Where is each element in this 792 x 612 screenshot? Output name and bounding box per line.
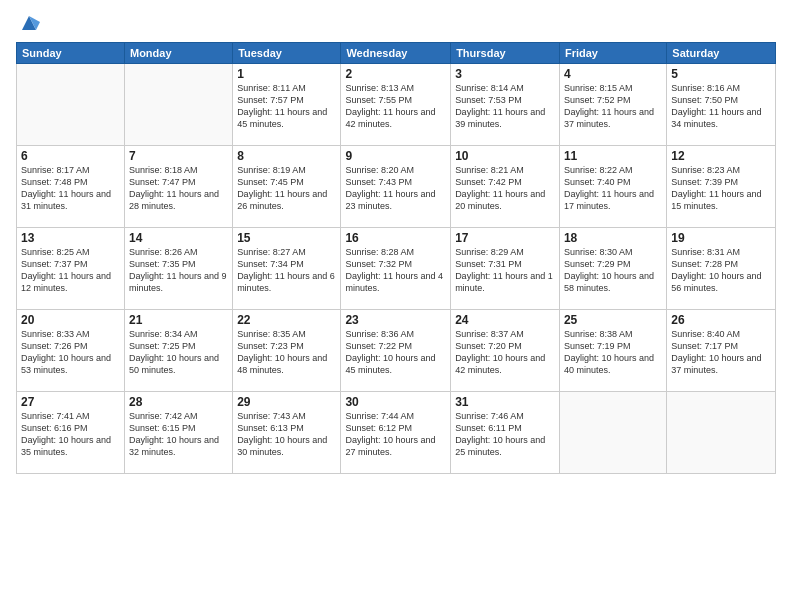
day-cell: 12Sunrise: 8:23 AM Sunset: 7:39 PM Dayli… — [667, 146, 776, 228]
day-info: Sunrise: 8:14 AM Sunset: 7:53 PM Dayligh… — [455, 82, 555, 131]
day-info: Sunrise: 7:44 AM Sunset: 6:12 PM Dayligh… — [345, 410, 446, 459]
day-info: Sunrise: 7:41 AM Sunset: 6:16 PM Dayligh… — [21, 410, 120, 459]
day-info: Sunrise: 8:22 AM Sunset: 7:40 PM Dayligh… — [564, 164, 662, 213]
day-info: Sunrise: 8:23 AM Sunset: 7:39 PM Dayligh… — [671, 164, 771, 213]
day-number: 31 — [455, 395, 555, 409]
day-number: 19 — [671, 231, 771, 245]
day-cell: 2Sunrise: 8:13 AM Sunset: 7:55 PM Daylig… — [341, 64, 451, 146]
day-info: Sunrise: 8:29 AM Sunset: 7:31 PM Dayligh… — [455, 246, 555, 295]
day-number: 24 — [455, 313, 555, 327]
weekday-thursday: Thursday — [451, 43, 560, 64]
day-info: Sunrise: 8:36 AM Sunset: 7:22 PM Dayligh… — [345, 328, 446, 377]
day-cell: 30Sunrise: 7:44 AM Sunset: 6:12 PM Dayli… — [341, 392, 451, 474]
day-info: Sunrise: 8:25 AM Sunset: 7:37 PM Dayligh… — [21, 246, 120, 295]
weekday-header-row: SundayMondayTuesdayWednesdayThursdayFrid… — [17, 43, 776, 64]
day-info: Sunrise: 8:13 AM Sunset: 7:55 PM Dayligh… — [345, 82, 446, 131]
day-info: Sunrise: 8:40 AM Sunset: 7:17 PM Dayligh… — [671, 328, 771, 377]
weekday-tuesday: Tuesday — [233, 43, 341, 64]
day-info: Sunrise: 8:11 AM Sunset: 7:57 PM Dayligh… — [237, 82, 336, 131]
day-number: 8 — [237, 149, 336, 163]
day-number: 4 — [564, 67, 662, 81]
day-number: 20 — [21, 313, 120, 327]
day-cell: 21Sunrise: 8:34 AM Sunset: 7:25 PM Dayli… — [124, 310, 232, 392]
week-row-2: 6Sunrise: 8:17 AM Sunset: 7:48 PM Daylig… — [17, 146, 776, 228]
day-info: Sunrise: 8:34 AM Sunset: 7:25 PM Dayligh… — [129, 328, 228, 377]
day-info: Sunrise: 8:31 AM Sunset: 7:28 PM Dayligh… — [671, 246, 771, 295]
week-row-1: 1Sunrise: 8:11 AM Sunset: 7:57 PM Daylig… — [17, 64, 776, 146]
day-number: 29 — [237, 395, 336, 409]
day-info: Sunrise: 8:26 AM Sunset: 7:35 PM Dayligh… — [129, 246, 228, 295]
day-number: 23 — [345, 313, 446, 327]
day-cell: 18Sunrise: 8:30 AM Sunset: 7:29 PM Dayli… — [559, 228, 666, 310]
day-cell — [559, 392, 666, 474]
day-info: Sunrise: 7:46 AM Sunset: 6:11 PM Dayligh… — [455, 410, 555, 459]
day-info: Sunrise: 8:35 AM Sunset: 7:23 PM Dayligh… — [237, 328, 336, 377]
week-row-3: 13Sunrise: 8:25 AM Sunset: 7:37 PM Dayli… — [17, 228, 776, 310]
day-number: 3 — [455, 67, 555, 81]
day-number: 26 — [671, 313, 771, 327]
day-cell: 28Sunrise: 7:42 AM Sunset: 6:15 PM Dayli… — [124, 392, 232, 474]
day-cell: 3Sunrise: 8:14 AM Sunset: 7:53 PM Daylig… — [451, 64, 560, 146]
day-info: Sunrise: 7:43 AM Sunset: 6:13 PM Dayligh… — [237, 410, 336, 459]
day-cell: 1Sunrise: 8:11 AM Sunset: 7:57 PM Daylig… — [233, 64, 341, 146]
day-number: 1 — [237, 67, 336, 81]
day-cell: 16Sunrise: 8:28 AM Sunset: 7:32 PM Dayli… — [341, 228, 451, 310]
weekday-saturday: Saturday — [667, 43, 776, 64]
day-cell: 24Sunrise: 8:37 AM Sunset: 7:20 PM Dayli… — [451, 310, 560, 392]
day-number: 28 — [129, 395, 228, 409]
day-number: 7 — [129, 149, 228, 163]
day-info: Sunrise: 8:21 AM Sunset: 7:42 PM Dayligh… — [455, 164, 555, 213]
week-row-5: 27Sunrise: 7:41 AM Sunset: 6:16 PM Dayli… — [17, 392, 776, 474]
day-cell: 7Sunrise: 8:18 AM Sunset: 7:47 PM Daylig… — [124, 146, 232, 228]
day-cell: 4Sunrise: 8:15 AM Sunset: 7:52 PM Daylig… — [559, 64, 666, 146]
day-info: Sunrise: 8:38 AM Sunset: 7:19 PM Dayligh… — [564, 328, 662, 377]
day-cell: 11Sunrise: 8:22 AM Sunset: 7:40 PM Dayli… — [559, 146, 666, 228]
day-cell — [667, 392, 776, 474]
weekday-wednesday: Wednesday — [341, 43, 451, 64]
day-number: 14 — [129, 231, 228, 245]
day-number: 17 — [455, 231, 555, 245]
logo — [16, 12, 40, 34]
day-number: 18 — [564, 231, 662, 245]
day-info: Sunrise: 8:16 AM Sunset: 7:50 PM Dayligh… — [671, 82, 771, 131]
day-number: 9 — [345, 149, 446, 163]
weekday-friday: Friday — [559, 43, 666, 64]
day-cell: 10Sunrise: 8:21 AM Sunset: 7:42 PM Dayli… — [451, 146, 560, 228]
calendar-table: SundayMondayTuesdayWednesdayThursdayFrid… — [16, 42, 776, 474]
header — [16, 12, 776, 34]
day-cell: 27Sunrise: 7:41 AM Sunset: 6:16 PM Dayli… — [17, 392, 125, 474]
day-info: Sunrise: 8:27 AM Sunset: 7:34 PM Dayligh… — [237, 246, 336, 295]
day-info: Sunrise: 8:15 AM Sunset: 7:52 PM Dayligh… — [564, 82, 662, 131]
day-number: 13 — [21, 231, 120, 245]
day-cell: 8Sunrise: 8:19 AM Sunset: 7:45 PM Daylig… — [233, 146, 341, 228]
day-cell: 13Sunrise: 8:25 AM Sunset: 7:37 PM Dayli… — [17, 228, 125, 310]
day-cell: 25Sunrise: 8:38 AM Sunset: 7:19 PM Dayli… — [559, 310, 666, 392]
day-number: 16 — [345, 231, 446, 245]
day-cell: 22Sunrise: 8:35 AM Sunset: 7:23 PM Dayli… — [233, 310, 341, 392]
day-number: 15 — [237, 231, 336, 245]
day-number: 2 — [345, 67, 446, 81]
day-number: 11 — [564, 149, 662, 163]
day-cell: 17Sunrise: 8:29 AM Sunset: 7:31 PM Dayli… — [451, 228, 560, 310]
day-cell — [17, 64, 125, 146]
day-info: Sunrise: 8:33 AM Sunset: 7:26 PM Dayligh… — [21, 328, 120, 377]
day-cell: 5Sunrise: 8:16 AM Sunset: 7:50 PM Daylig… — [667, 64, 776, 146]
day-number: 12 — [671, 149, 771, 163]
day-number: 5 — [671, 67, 771, 81]
day-cell: 6Sunrise: 8:17 AM Sunset: 7:48 PM Daylig… — [17, 146, 125, 228]
day-cell: 26Sunrise: 8:40 AM Sunset: 7:17 PM Dayli… — [667, 310, 776, 392]
logo-icon — [18, 12, 40, 34]
day-number: 27 — [21, 395, 120, 409]
day-cell: 23Sunrise: 8:36 AM Sunset: 7:22 PM Dayli… — [341, 310, 451, 392]
day-number: 30 — [345, 395, 446, 409]
day-cell: 20Sunrise: 8:33 AM Sunset: 7:26 PM Dayli… — [17, 310, 125, 392]
day-cell: 14Sunrise: 8:26 AM Sunset: 7:35 PM Dayli… — [124, 228, 232, 310]
week-row-4: 20Sunrise: 8:33 AM Sunset: 7:26 PM Dayli… — [17, 310, 776, 392]
day-cell: 9Sunrise: 8:20 AM Sunset: 7:43 PM Daylig… — [341, 146, 451, 228]
day-info: Sunrise: 8:37 AM Sunset: 7:20 PM Dayligh… — [455, 328, 555, 377]
day-cell: 31Sunrise: 7:46 AM Sunset: 6:11 PM Dayli… — [451, 392, 560, 474]
day-info: Sunrise: 8:30 AM Sunset: 7:29 PM Dayligh… — [564, 246, 662, 295]
weekday-monday: Monday — [124, 43, 232, 64]
day-info: Sunrise: 8:28 AM Sunset: 7:32 PM Dayligh… — [345, 246, 446, 295]
day-cell: 15Sunrise: 8:27 AM Sunset: 7:34 PM Dayli… — [233, 228, 341, 310]
